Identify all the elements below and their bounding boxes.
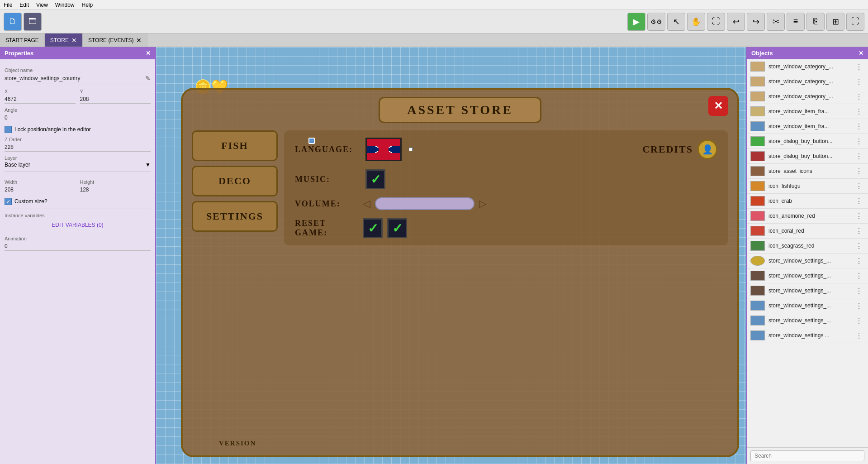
object-item[interactable]: icon_fishfugu ⋮ bbox=[747, 179, 868, 194]
lock-checkbox[interactable] bbox=[5, 126, 12, 133]
object-name: store_window_category_... bbox=[768, 78, 850, 85]
fish-btn[interactable]: FISH bbox=[192, 130, 278, 161]
grid-btn[interactable]: ⊞ bbox=[826, 13, 844, 31]
game-close-btn[interactable]: ✕ bbox=[708, 96, 728, 116]
x-value[interactable]: 4672 bbox=[5, 95, 76, 104]
object-menu-btn[interactable]: ⋮ bbox=[854, 167, 864, 176]
object-name-edit-icon[interactable]: ✎ bbox=[145, 75, 151, 82]
object-menu-btn[interactable]: ⋮ bbox=[854, 92, 864, 101]
object-item[interactable]: store_window_category_... ⋮ bbox=[747, 74, 868, 89]
object-item[interactable]: store_asset_icons ⋮ bbox=[747, 164, 868, 179]
music-checkbox[interactable]: ✓ bbox=[365, 169, 385, 189]
page-view-btn[interactable]: 🗔 bbox=[24, 13, 42, 31]
volume-bar[interactable] bbox=[375, 197, 474, 210]
volume-right-btn[interactable]: ▷ bbox=[479, 198, 487, 210]
redo-btn[interactable]: ↪ bbox=[747, 13, 765, 31]
object-item[interactable]: store_window_category_... ⋮ bbox=[747, 59, 868, 74]
deco-btn[interactable]: DECO bbox=[192, 166, 278, 196]
pointer-btn[interactable]: ↖ bbox=[667, 13, 685, 31]
game-sidebar: FISH DECO SETTINGS bbox=[192, 130, 278, 245]
edit-variables-btn[interactable]: EDIT VARIABLES (0) bbox=[5, 222, 151, 228]
properties-close-btn[interactable]: ✕ bbox=[146, 50, 151, 57]
object-menu-btn[interactable]: ⋮ bbox=[854, 62, 864, 71]
settings-btn[interactable]: SETTINGS bbox=[192, 201, 278, 232]
copy-btn[interactable]: ⎘ bbox=[806, 13, 825, 31]
object-menu-btn[interactable]: ⋮ bbox=[854, 212, 864, 220]
animation-value[interactable]: 0 bbox=[5, 242, 151, 251]
object-menu-btn[interactable]: ⋮ bbox=[854, 287, 864, 295]
menu-view[interactable]: View bbox=[33, 1, 52, 9]
object-name: store_window_item_fra... bbox=[768, 123, 850, 129]
object-item[interactable]: icon_seagrass_red ⋮ bbox=[747, 239, 868, 254]
object-menu-btn[interactable]: ⋮ bbox=[854, 242, 864, 250]
object-item[interactable]: store_dialog_buy_button... ⋮ bbox=[747, 149, 868, 164]
menu-window[interactable]: Window bbox=[52, 1, 78, 9]
object-item[interactable]: store_window_settings_... ⋮ bbox=[747, 268, 868, 283]
list-btn[interactable]: ≡ bbox=[787, 13, 805, 31]
object-item[interactable]: store_window_item_fra... ⋮ bbox=[747, 104, 868, 119]
properties-panel: Properties ✕ Object name store_window_se… bbox=[0, 47, 156, 464]
height-value[interactable]: 128 bbox=[80, 186, 151, 194]
object-menu-btn[interactable]: ⋮ bbox=[854, 257, 864, 265]
object-menu-btn[interactable]: ⋮ bbox=[854, 152, 864, 161]
object-menu-btn[interactable]: ⋮ bbox=[854, 197, 864, 206]
object-thumb bbox=[750, 106, 765, 116]
object-item[interactable]: store_window_settings_... ⋮ bbox=[747, 254, 868, 268]
debug-btn[interactable]: ⚙⚙ bbox=[647, 13, 665, 31]
object-menu-btn[interactable]: ⋮ bbox=[854, 122, 864, 131]
object-item[interactable]: store_window_settings_... ⋮ bbox=[747, 313, 868, 328]
menu-edit[interactable]: Edit bbox=[16, 1, 33, 9]
cut-btn[interactable]: ✂ bbox=[767, 13, 785, 31]
menu-file[interactable]: File bbox=[0, 1, 16, 9]
object-menu-btn[interactable]: ⋮ bbox=[854, 182, 864, 191]
object-item[interactable]: icon_anemone_red ⋮ bbox=[747, 209, 868, 224]
y-value[interactable]: 208 bbox=[80, 95, 151, 104]
resize-handle[interactable] bbox=[308, 138, 315, 144]
object-name: icon_crab bbox=[768, 198, 850, 204]
volume-left-btn[interactable]: ◁ bbox=[363, 198, 370, 210]
object-item[interactable]: store_window_settings_... ⋮ bbox=[747, 298, 868, 313]
z-order-value[interactable]: 228 bbox=[5, 143, 151, 152]
tab-store-events-close[interactable]: ✕ bbox=[136, 37, 142, 44]
object-menu-btn[interactable]: ⋮ bbox=[854, 301, 864, 310]
menu-help[interactable]: Help bbox=[78, 1, 97, 9]
object-item[interactable]: store_dialog_buy_button... ⋮ bbox=[747, 134, 868, 149]
object-name: store_window_settings ... bbox=[768, 332, 850, 339]
tab-start-page[interactable]: START PAGE bbox=[0, 33, 45, 47]
object-item[interactable]: store_window_settings_... ⋮ bbox=[747, 283, 868, 298]
hand-btn[interactable]: ✋ bbox=[687, 13, 705, 31]
reset-checkbox-1[interactable]: ✓ bbox=[363, 218, 383, 238]
objects-search-input[interactable] bbox=[750, 450, 864, 461]
custom-size-checkbox[interactable]: ✓ bbox=[5, 198, 12, 205]
object-item[interactable]: store_window_settings ... ⋮ bbox=[747, 328, 868, 343]
undo-btn[interactable]: ↩ bbox=[727, 13, 745, 31]
angle-value[interactable]: 0 bbox=[5, 114, 151, 122]
fullscreen-btn[interactable]: ⛶ bbox=[846, 13, 864, 31]
object-item[interactable]: store_window_item_fra... ⋮ bbox=[747, 119, 868, 134]
object-menu-btn[interactable]: ⋮ bbox=[854, 137, 864, 146]
object-thumb bbox=[750, 121, 765, 131]
object-item[interactable]: icon_coral_red ⋮ bbox=[747, 224, 868, 239]
object-menu-btn[interactable]: ⋮ bbox=[854, 316, 864, 325]
flag-uk[interactable] bbox=[365, 138, 402, 161]
tab-store-events[interactable]: STORE (EVENTS) ✕ bbox=[83, 33, 147, 47]
volume-row: VOLUME: ◁ ▷ bbox=[295, 197, 717, 210]
tab-store[interactable]: STORE ✕ bbox=[45, 33, 83, 47]
objects-close-btn[interactable]: ✕ bbox=[859, 50, 863, 57]
object-menu-btn[interactable]: ⋮ bbox=[854, 227, 864, 235]
object-menu-btn[interactable]: ⋮ bbox=[854, 107, 864, 116]
music-row: MUSIC: ✓ bbox=[295, 169, 717, 189]
width-value[interactable]: 208 bbox=[5, 186, 76, 194]
zoom-btn[interactable]: ⛶ bbox=[707, 13, 725, 31]
new-project-btn[interactable]: 🗋 bbox=[4, 13, 22, 31]
object-item[interactable]: store_window_category_... ⋮ bbox=[747, 89, 868, 104]
play-btn[interactable]: ▶ bbox=[627, 13, 645, 31]
object-menu-btn[interactable]: ⋮ bbox=[854, 272, 864, 280]
reset-checkbox-2[interactable]: ✓ bbox=[387, 218, 407, 238]
layer-select[interactable]: Base layer ▼ bbox=[5, 162, 151, 168]
tab-store-close[interactable]: ✕ bbox=[71, 37, 77, 44]
object-item[interactable]: icon_crab ⋮ bbox=[747, 194, 868, 209]
game-title-box: ASSET STORE bbox=[379, 97, 541, 123]
object-menu-btn[interactable]: ⋮ bbox=[854, 77, 864, 86]
object-menu-btn[interactable]: ⋮ bbox=[854, 331, 864, 340]
